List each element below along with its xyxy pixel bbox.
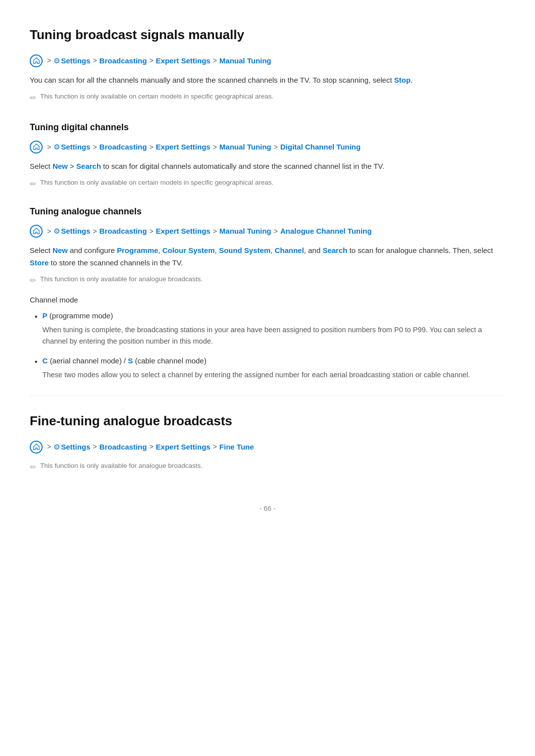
new-link-3[interactable]: New: [53, 246, 68, 254]
settings-icon-2: ⚙: [54, 141, 60, 153]
pencil-icon-4: ✏: [30, 461, 36, 474]
section1-note: ✏ This function is only available on cer…: [30, 91, 505, 104]
settings-icon-3: ⚙: [54, 225, 60, 237]
breadcrumb-section1: > ⚙ Settings > Broadcasting > Expert Set…: [30, 54, 505, 67]
stop-link[interactable]: Stop: [394, 76, 411, 84]
section4-note: ✏ This function is only available for an…: [30, 460, 505, 474]
channel-link[interactable]: Channel: [274, 246, 304, 254]
colour-link[interactable]: Colour System: [162, 246, 215, 254]
list-item-p: P (programme mode) When tuning is comple…: [35, 310, 505, 347]
section4-title: Fine-tuning analogue broadcasts: [30, 411, 505, 432]
bc-manual-tuning[interactable]: Manual Tuning: [219, 55, 271, 67]
p-description: When tuning is complete, the broadcastin…: [43, 324, 505, 347]
search-link-3[interactable]: Search: [322, 246, 347, 254]
bc-expert-settings-3[interactable]: Expert Settings: [156, 225, 211, 237]
section2-note: ✏ This function is only available on cer…: [30, 177, 505, 191]
sound-link[interactable]: Sound System: [219, 246, 270, 254]
settings-icon-4: ⚙: [54, 441, 60, 453]
bc-expert-settings-2[interactable]: Expert Settings: [156, 141, 211, 153]
section3-title: Tuning analogue channels: [30, 204, 505, 219]
section1-body: You can scan for all the channels manual…: [30, 74, 505, 87]
bc-settings[interactable]: Settings: [61, 55, 90, 67]
bc-broadcasting[interactable]: Broadcasting: [100, 55, 147, 67]
p-link[interactable]: P: [43, 311, 48, 320]
section3-note: ✏ This function is only available for an…: [30, 274, 505, 287]
cs-description: These two modes allow you to select a ch…: [43, 369, 470, 381]
page-title: Tuning broadcast signals manually: [30, 25, 505, 46]
section2-title: Tuning digital channels: [30, 120, 505, 135]
c-link[interactable]: C: [43, 356, 48, 365]
bc-expert-settings[interactable]: Expert Settings: [156, 55, 211, 67]
channel-mode-label: Channel mode: [30, 294, 505, 306]
bc-expert-settings-4[interactable]: Expert Settings: [156, 441, 211, 453]
pencil-icon-2: ✏: [30, 178, 36, 191]
pencil-icon-3: ✏: [30, 274, 36, 287]
breadcrumb-section3: > ⚙ Settings > Broadcasting > Expert Set…: [30, 225, 505, 238]
bc-analogue-channel-tuning[interactable]: Analogue Channel Tuning: [280, 225, 372, 237]
bc-manual-tuning-2[interactable]: Manual Tuning: [219, 141, 271, 153]
page-footer: - 66 -: [30, 503, 505, 514]
pencil-icon: ✏: [30, 92, 36, 104]
bc-broadcasting-3[interactable]: Broadcasting: [100, 225, 147, 237]
channel-mode-list: P (programme mode) When tuning is comple…: [30, 310, 505, 381]
home-icon-4[interactable]: [30, 441, 43, 454]
bc-fine-tune[interactable]: Fine Tune: [219, 441, 254, 453]
home-icon[interactable]: [30, 54, 43, 67]
breadcrumb-section4: > ⚙ Settings > Broadcasting > Expert Set…: [30, 441, 505, 454]
bc-broadcasting-4[interactable]: Broadcasting: [100, 441, 147, 453]
settings-icon: ⚙: [54, 55, 60, 67]
search-link-2[interactable]: Search: [76, 162, 101, 170]
sep1: >: [47, 55, 51, 66]
breadcrumb-section2: > ⚙ Settings > Broadcasting > Expert Set…: [30, 141, 505, 153]
new-link-2[interactable]: New: [53, 162, 68, 170]
home-icon-3[interactable]: [30, 225, 43, 238]
programme-link[interactable]: Programme: [117, 246, 158, 254]
bc-settings-3[interactable]: Settings: [61, 225, 90, 237]
section2-body: Select New > Search to scan for digital …: [30, 160, 505, 173]
bc-digital-channel-tuning[interactable]: Digital Channel Tuning: [280, 141, 361, 153]
divider: [30, 396, 505, 396]
section3-body: Select New and configure Programme, Colo…: [30, 245, 505, 269]
bc-settings-4[interactable]: Settings: [61, 441, 90, 453]
bc-manual-tuning-3[interactable]: Manual Tuning: [219, 225, 271, 237]
bc-settings-2[interactable]: Settings: [61, 141, 90, 153]
store-link[interactable]: Store: [30, 258, 49, 267]
home-icon-2[interactable]: [30, 141, 43, 153]
bc-broadcasting-2[interactable]: Broadcasting: [100, 141, 147, 153]
list-item-cs: C (aerial channel mode) / S (cable chann…: [35, 355, 505, 381]
s-link[interactable]: S: [128, 356, 133, 365]
